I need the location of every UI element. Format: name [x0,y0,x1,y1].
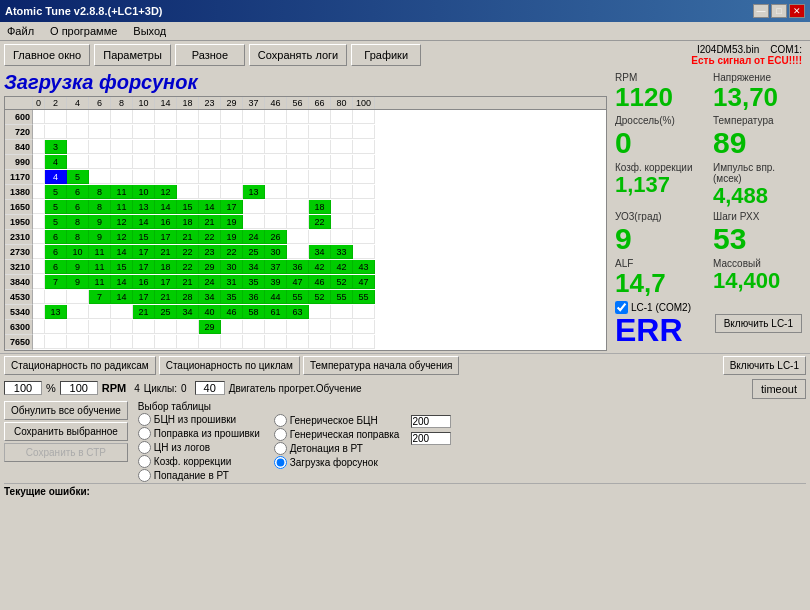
graphs-button[interactable]: Графики [351,44,421,66]
grid-cell-14-10[interactable] [243,320,265,334]
grid-cell-4-14[interactable] [331,170,353,184]
close-button[interactable]: ✕ [789,4,805,18]
grid-cell-1-9[interactable] [221,125,243,139]
grid-cell-10-10[interactable]: 34 [243,260,265,274]
grid-cell-13-6[interactable]: 25 [155,305,177,319]
lc1-enable-button[interactable]: Включить LC-1 [715,314,802,333]
grid-cell-4-2[interactable]: 5 [67,170,89,184]
grid-cell-11-9[interactable]: 31 [221,275,243,289]
radio-coeff[interactable]: Козф. коррекции [138,455,260,468]
grid-cell-1-4[interactable] [111,125,133,139]
grid-cell-4-8[interactable] [199,170,221,184]
grid-cell-9-4[interactable]: 14 [111,245,133,259]
grid-cell-11-3[interactable]: 11 [89,275,111,289]
reset-all-button[interactable]: Обнулить все обучение [4,401,128,420]
grid-cell-0-11[interactable] [265,110,287,124]
grid-cell-4-3[interactable] [89,170,111,184]
window-controls[interactable]: — □ ✕ [753,4,805,18]
radio-bcn[interactable]: БЦН из прошивки [138,413,260,426]
minimize-button[interactable]: — [753,4,769,18]
grid-cell-6-8[interactable]: 14 [199,200,221,214]
grid-cell-11-11[interactable]: 39 [265,275,287,289]
radio-detonation[interactable]: Детонация в РТ [274,442,400,455]
grid-cell-5-4[interactable]: 11 [111,185,133,199]
grid-cell-3-9[interactable] [221,155,243,169]
radio-correction[interactable]: Поправка из прошивки [138,427,260,440]
timeout-button[interactable]: timeout [752,379,806,399]
grid-cell-8-13[interactable] [309,230,331,244]
main-window-button[interactable]: Главное окно [4,44,90,66]
grid-cell-4-7[interactable] [177,170,199,184]
grid-cell-8-6[interactable]: 17 [155,230,177,244]
grid-cell-7-15[interactable] [353,215,375,229]
grid-cell-13-4[interactable] [111,305,133,319]
grid-cell-8-1[interactable]: 6 [45,230,67,244]
grid-cell-3-13[interactable] [309,155,331,169]
grid-cell-6-7[interactable]: 15 [177,200,199,214]
grid-cell-11-13[interactable]: 46 [309,275,331,289]
grid-cell-9-15[interactable] [353,245,375,259]
grid-cell-12-1[interactable] [45,290,67,304]
grid-cell-3-10[interactable] [243,155,265,169]
grid-cell-5-10[interactable]: 13 [243,185,265,199]
grid-cell-10-15[interactable]: 43 [353,260,375,274]
grid-cell-13-15[interactable] [353,305,375,319]
grid-cell-8-9[interactable]: 19 [221,230,243,244]
val1-input[interactable] [4,381,42,395]
grid-cell-7-14[interactable] [331,215,353,229]
grid-cell-10-11[interactable]: 37 [265,260,287,274]
grid-cell-9-9[interactable]: 22 [221,245,243,259]
grid-cell-14-13[interactable] [309,320,331,334]
grid-cell-11-5[interactable]: 16 [133,275,155,289]
grid-cell-13-2[interactable] [67,305,89,319]
grid-cell-2-9[interactable] [221,140,243,154]
grid-cell-9-13[interactable]: 34 [309,245,331,259]
grid-cell-5-1[interactable]: 5 [45,185,67,199]
grid-cell-13-1[interactable]: 13 [45,305,67,319]
grid-cell-4-1[interactable]: 4 [45,170,67,184]
maximize-button[interactable]: □ [771,4,787,18]
grid-cell-3-11[interactable] [265,155,287,169]
stationarity-radix-button[interactable]: Стационарность по радиксам [4,356,156,375]
grid-cell-10-14[interactable]: 42 [331,260,353,274]
grid-cell-9-11[interactable]: 30 [265,245,287,259]
grid-cell-7-12[interactable] [287,215,309,229]
grid-cell-2-1[interactable]: 3 [45,140,67,154]
grid-cell-1-7[interactable] [177,125,199,139]
grid-cell-7-8[interactable]: 21 [199,215,221,229]
grid-cell-15-2[interactable] [67,335,89,349]
temp-input[interactable] [195,381,225,395]
grid-cell-15-13[interactable] [309,335,331,349]
grid-cell-1-10[interactable] [243,125,265,139]
grid-cell-6-11[interactable] [265,200,287,214]
grid-cell-7-0[interactable] [33,215,45,229]
grid-cell-7-6[interactable]: 16 [155,215,177,229]
grid-cell-3-12[interactable] [287,155,309,169]
grid-cell-2-10[interactable] [243,140,265,154]
grid-cell-6-1[interactable]: 5 [45,200,67,214]
grid-cell-4-10[interactable] [243,170,265,184]
grid-cell-15-3[interactable] [89,335,111,349]
params-button[interactable]: Параметры [94,44,171,66]
grid-cell-7-2[interactable]: 8 [67,215,89,229]
grid-cell-10-4[interactable]: 15 [111,260,133,274]
grid-cell-3-0[interactable] [33,155,45,169]
grid-cell-2-3[interactable] [89,140,111,154]
grid-cell-0-2[interactable] [67,110,89,124]
grid-cell-7-7[interactable]: 18 [177,215,199,229]
grid-cell-1-8[interactable] [199,125,221,139]
grid-cell-5-15[interactable] [353,185,375,199]
grid-cell-3-3[interactable] [89,155,111,169]
grid-cell-2-0[interactable] [33,140,45,154]
grid-cell-7-4[interactable]: 12 [111,215,133,229]
spinbox1[interactable] [411,415,451,428]
grid-cell-9-2[interactable]: 10 [67,245,89,259]
grid-cell-6-2[interactable]: 6 [67,200,89,214]
grid-cell-9-12[interactable] [287,245,309,259]
grid-cell-12-14[interactable]: 55 [331,290,353,304]
grid-cell-0-7[interactable] [177,110,199,124]
grid-cell-1-2[interactable] [67,125,89,139]
grid-cell-2-14[interactable] [331,140,353,154]
grid-cell-14-2[interactable] [67,320,89,334]
grid-cell-0-14[interactable] [331,110,353,124]
